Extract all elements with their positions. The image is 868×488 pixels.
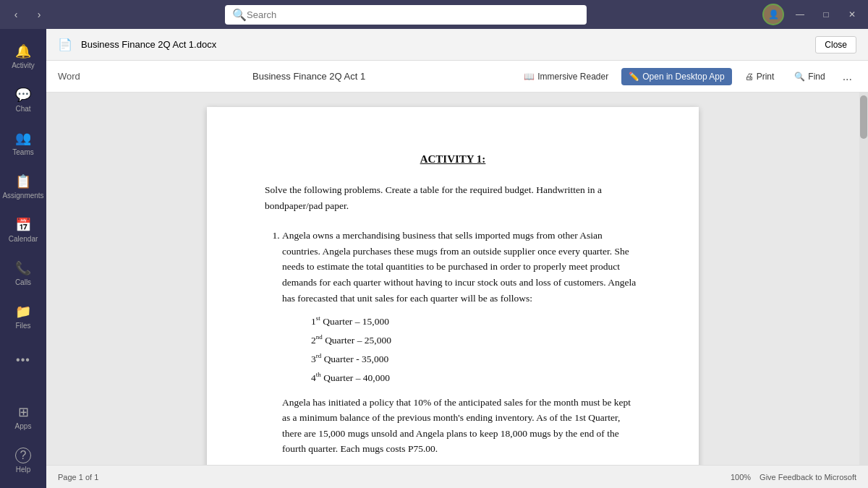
sidebar-item-help[interactable]: ? Help [3,440,43,481]
document-tab-label: Business Finance 2Q Act 1 [107,71,511,82]
find-button[interactable]: 🔍 Find [787,68,832,85]
maximize-button[interactable]: □ [816,4,836,25]
word-label: Word [58,71,101,82]
sidebar-item-chat[interactable]: 💬 Chat [3,80,43,120]
app-body: 🔔 Activity 💬 Chat 👥 Teams 📋 Assignments … [0,29,868,488]
problem-list: Angela owns a merchandising business tha… [265,228,641,465]
more-icon: ••• [16,354,30,367]
sidebar-item-label: Activity [12,61,35,69]
policy-text: Angela has initiated a policy that 10% o… [282,395,641,457]
search-input[interactable] [247,9,579,20]
intro-text: Solve the following problems. Create a t… [265,182,641,213]
page-container[interactable]: ACTIVITY 1: Solve the following problems… [46,93,859,465]
problem-1: Angela owns a merchandising business tha… [282,228,641,465]
scrollbar[interactable] [859,93,868,465]
document-header: 📄 Business Finance 2Q Act 1.docx Close [46,29,868,61]
search-bar[interactable]: 🔍 [225,5,587,25]
search-icon: 🔍 [232,8,247,22]
chat-icon: 💬 [15,87,31,103]
quarter-3: 3rd Quarter - 35,000 [311,351,641,367]
sidebar-item-calls[interactable]: 📞 Calls [3,253,43,294]
document-view: ACTIVITY 1: Solve the following problems… [46,93,868,465]
title-bar: ‹ › 🔍 👤 — □ ✕ [0,0,868,29]
sidebar-item-apps[interactable]: ⊞ Apps [3,397,43,437]
page-title: ACTIVITY 1: [265,150,641,168]
sidebar-item-label: Teams [12,148,33,156]
toolbar-right: 📖 Immersive Reader ✏️ Open in Desktop Ap… [516,68,856,85]
quarter-4: 4th Quarter – 40,000 [311,369,641,385]
sidebar-item-calendar[interactable]: 📅 Calendar [3,210,43,250]
sidebar-item-label: Calls [15,278,31,286]
page-info: Page 1 of 1 [58,473,98,481]
close-button[interactable]: ✕ [842,4,862,25]
document-page: ACTIVITY 1: Solve the following problems… [207,107,699,465]
print-button[interactable]: 🖨 Print [738,68,782,85]
activity-icon: 🔔 [15,43,31,59]
help-icon: ? [15,448,31,463]
quarter-list: 1st Quarter – 15,000 2nd Quarter – 25,00… [282,313,641,385]
zoom-level: 100% [731,473,751,481]
teams-icon: 👥 [15,130,31,146]
back-button[interactable]: ‹ [6,4,26,25]
sidebar-item-label: Help [16,466,31,474]
apps-icon: ⊞ [18,404,29,420]
quarter-1: 1st Quarter – 15,000 [311,313,641,329]
sidebar-item-label: Apps [15,422,32,430]
immersive-reader-icon: 📖 [524,72,535,82]
assignments-icon: 📋 [15,174,31,189]
status-right: 100% Give Feedback to Microsoft [731,473,856,481]
sidebar-item-more[interactable]: ••• [3,340,43,380]
document-title: Business Finance 2Q Act 1.docx [81,39,807,50]
forward-button[interactable]: › [29,4,49,25]
feedback-link[interactable]: Give Feedback to Microsoft [760,473,856,481]
sidebar-item-label: Files [15,322,30,330]
sidebar-item-files[interactable]: 📁 Files [3,296,43,337]
problem-1-text: Angela owns a merchandising business tha… [282,230,636,303]
title-bar-right: 👤 — □ ✕ [762,4,862,25]
sidebar: 🔔 Activity 💬 Chat 👥 Teams 📋 Assignments … [0,29,46,488]
open-desktop-button[interactable]: ✏️ Open in Desktop App [621,68,731,85]
sidebar-bottom: ⊞ Apps ? Help [3,395,43,482]
toolbar: Word Business Finance 2Q Act 1 📖 Immersi… [46,61,868,93]
minimize-button[interactable]: — [790,4,810,25]
sidebar-item-assignments[interactable]: 📋 Assignments [3,166,43,207]
sidebar-item-label: Chat [15,105,30,113]
sidebar-item-label: Calendar [9,235,38,243]
more-options-button[interactable]: ... [838,70,856,83]
calendar-icon: 📅 [15,217,31,233]
sidebar-item-activity[interactable]: 🔔 Activity [3,36,43,77]
avatar: 👤 [762,4,784,25]
title-bar-left: ‹ › [6,4,49,25]
quarter-2: 2nd Quarter – 25,000 [311,332,641,348]
content-area: 📄 Business Finance 2Q Act 1.docx Close W… [46,29,868,488]
edit-icon: ✏️ [629,72,639,82]
sidebar-item-label: Assignments [2,192,43,200]
calls-icon: 📞 [15,260,31,276]
immersive-reader-button[interactable]: 📖 Immersive Reader [516,68,616,85]
files-icon: 📁 [15,304,31,320]
status-bar: Page 1 of 1 100% Give Feedback to Micros… [46,465,868,488]
sidebar-item-teams[interactable]: 👥 Teams [3,123,43,163]
scrollbar-thumb [860,95,867,139]
find-icon: 🔍 [794,72,805,82]
nav-buttons: ‹ › [6,4,49,25]
document-icon: 📄 [58,38,72,51]
close-document-button[interactable]: Close [815,36,856,53]
print-icon: 🖨 [745,72,754,82]
